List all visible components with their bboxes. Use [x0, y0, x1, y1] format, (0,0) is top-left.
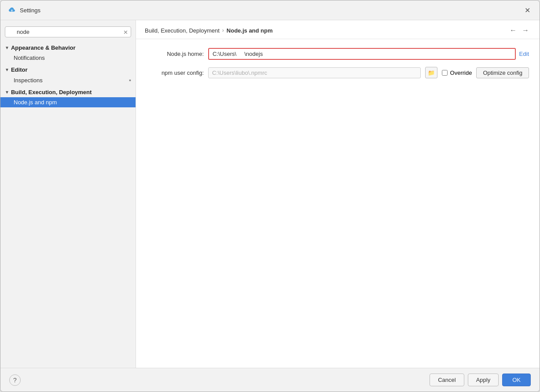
npm-config-row: npm user config: 📁 Override Optimize con… — [147, 67, 529, 78]
sidebar-section-editor: ▼ Editor Inspections ▪ — [0, 65, 136, 85]
sidebar-item-label-inspections: Inspections — [14, 77, 43, 84]
main-content: 🔍 ✕ ▼ Appearance & Behavior Notification… — [0, 20, 540, 368]
breadcrumb-parent: Build, Execution, Deployment — [145, 27, 220, 34]
chevron-down-icon-editor: ▼ — [5, 67, 9, 72]
folder-icon: 📁 — [428, 70, 435, 76]
apply-button[interactable]: Apply — [468, 374, 499, 386]
folder-browse-button[interactable]: 📁 — [425, 67, 437, 78]
sidebar-item-nodejs-npm[interactable]: Node.js and npm — [0, 97, 136, 107]
footer-left: ? — [9, 374, 21, 386]
override-section: Override — [442, 70, 472, 76]
sidebar-item-label-notifications: Notifications — [14, 55, 45, 61]
sidebar-item-label-nodejs-npm: Node.js and npm — [14, 99, 57, 106]
sidebar-group-appearance-behavior[interactable]: ▼ Appearance & Behavior — [0, 43, 136, 53]
breadcrumb: Build, Execution, Deployment › Node.js a… — [145, 27, 273, 34]
optimize-config-button[interactable]: Optimize config — [476, 67, 529, 78]
breadcrumb-separator: › — [222, 27, 224, 33]
sidebar-section-build: ▼ Build, Execution, Deployment Node.js a… — [0, 87, 136, 107]
sidebar-item-inspections[interactable]: Inspections ▪ — [0, 75, 136, 85]
title-bar: Settings ✕ — [0, 0, 540, 20]
npm-config-label: npm user config: — [147, 70, 204, 76]
nav-back-button[interactable]: ← — [508, 26, 518, 35]
inspections-indicator-icon: ▪ — [129, 77, 131, 84]
nodejs-home-row: Node.js home: Edit — [147, 48, 529, 60]
sidebar-group-build[interactable]: ▼ Build, Execution, Deployment — [0, 87, 136, 97]
search-input[interactable] — [5, 26, 131, 37]
chevron-down-icon-build: ▼ — [5, 90, 9, 95]
cancel-button[interactable]: Cancel — [430, 374, 464, 386]
search-clear-button[interactable]: ✕ — [123, 29, 128, 35]
sidebar-group-editor[interactable]: ▼ Editor — [0, 65, 136, 75]
ok-button[interactable]: OK — [502, 374, 531, 386]
chevron-down-icon: ▼ — [5, 45, 9, 50]
search-wrapper: 🔍 ✕ — [5, 26, 131, 37]
override-label: Override — [450, 70, 472, 76]
settings-dialog: Settings ✕ 🔍 ✕ ▼ Appearance & Behavior — [0, 0, 540, 392]
sidebar-item-notifications[interactable]: Notifications — [0, 53, 136, 63]
help-button[interactable]: ? — [9, 374, 21, 386]
dialog-title: Settings — [20, 7, 40, 14]
sidebar-group-label-appearance: Appearance & Behavior — [11, 44, 76, 51]
override-checkbox[interactable] — [442, 70, 448, 76]
sidebar-group-label-editor: Editor — [11, 66, 28, 73]
settings-content: Node.js home: Edit npm user config: 📁 — [136, 39, 540, 368]
sidebar: 🔍 ✕ ▼ Appearance & Behavior Notification… — [0, 20, 136, 368]
sidebar-group-label-build: Build, Execution, Deployment — [11, 89, 92, 95]
breadcrumb-bar: Build, Execution, Deployment › Node.js a… — [136, 20, 540, 39]
search-container: 🔍 ✕ — [0, 24, 136, 40]
nav-forward-button[interactable]: → — [520, 26, 531, 35]
close-button[interactable]: ✕ — [522, 5, 533, 15]
dialog-footer: ? Cancel Apply OK — [0, 368, 540, 392]
edit-link[interactable]: Edit — [519, 51, 529, 57]
main-panel: Build, Execution, Deployment › Node.js a… — [136, 20, 540, 368]
title-bar-left: Settings — [7, 6, 40, 15]
sidebar-section-appearance: ▼ Appearance & Behavior Notifications — [0, 43, 136, 63]
nodejs-home-input[interactable] — [208, 48, 516, 60]
nodejs-home-input-wrapper: Edit — [208, 48, 529, 60]
app-icon — [7, 6, 16, 15]
footer-right: Cancel Apply OK — [430, 374, 531, 386]
nav-arrows: ← → — [508, 26, 531, 35]
breadcrumb-current: Node.js and npm — [227, 27, 273, 34]
npm-config-input[interactable] — [208, 67, 421, 78]
nodejs-home-label: Node.js home: — [147, 51, 204, 57]
